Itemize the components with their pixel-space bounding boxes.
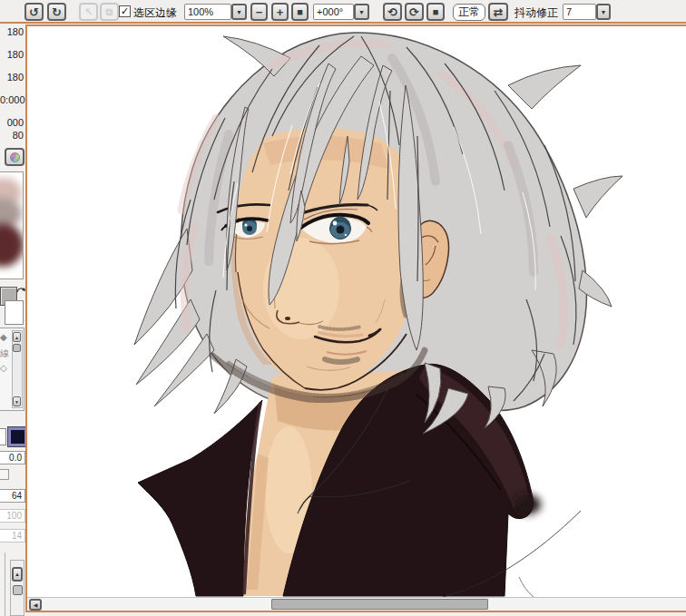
selection-edge-checkbox[interactable]: ✓ xyxy=(119,5,131,17)
plus-icon: + xyxy=(277,6,284,18)
blend-mode-button[interactable]: 正常 xyxy=(453,4,485,21)
panel-value: 180 xyxy=(0,26,24,37)
check-icon: ✓ xyxy=(121,5,129,17)
brush-param-field-4: 14 xyxy=(0,529,25,543)
brush-param-field-2[interactable]: 64 xyxy=(0,489,25,503)
secondary-color-swatch[interactable] xyxy=(0,428,6,445)
undo-icon: ↺ xyxy=(29,6,39,18)
current-color-fill xyxy=(8,427,27,446)
zoom-out-button[interactable]: − xyxy=(250,3,268,21)
chevron-down-icon: ▼ xyxy=(601,9,607,15)
rotate-cw-button[interactable]: ⟳ xyxy=(405,3,424,21)
selection-edge-label: 选区边缘 xyxy=(133,5,177,21)
tool-icon[interactable]: ◆ xyxy=(0,332,7,342)
left-panel-strip: 180 180 180 0:000 000 80 ◆ 線 ◇ xyxy=(0,24,25,616)
scrollbar-thumb[interactable] xyxy=(13,585,23,595)
panel-value: 0:000 xyxy=(0,94,24,105)
arrow-up-icon: ▲ xyxy=(15,335,19,340)
canvas-area: ◀ xyxy=(25,24,686,612)
arrow-left-icon: ◀ xyxy=(34,601,38,608)
background-color-swatch[interactable] xyxy=(5,300,24,325)
rotate-cw-icon: ⟳ xyxy=(409,6,419,18)
rotate-ccw-button[interactable]: ⟲ xyxy=(383,3,402,21)
chevron-down-icon: ▼ xyxy=(236,9,242,15)
zoom-in-button[interactable]: + xyxy=(271,3,289,21)
redo-icon: ↻ xyxy=(52,6,62,18)
selection-target-icon: ⧉ xyxy=(106,7,113,17)
scrollbar-thumb[interactable] xyxy=(13,344,21,352)
panel-value: 180 xyxy=(0,49,24,60)
minus-icon: − xyxy=(256,6,263,18)
redo-button[interactable]: ↻ xyxy=(47,3,66,21)
scroll-up-button[interactable]: ▲ xyxy=(13,332,21,342)
panel-divider xyxy=(5,552,5,616)
tool-icon[interactable]: ◇ xyxy=(0,363,7,373)
flip-horizontal-icon: ⇄ xyxy=(494,6,504,18)
tool-list-panel: ◆ 線 ◇ ▲ ▼ xyxy=(0,328,24,411)
stabilizer-select[interactable]: 7 xyxy=(563,4,596,20)
horizontal-scrollbar-thumb[interactable] xyxy=(271,599,488,610)
stabilizer-select-arrow[interactable]: ▼ xyxy=(596,4,611,20)
stabilizer-label: 抖动修正 xyxy=(514,5,558,21)
deselect-icon: ↖ xyxy=(84,7,93,17)
square-icon: ■ xyxy=(297,7,303,17)
horizontal-scrollbar: ◀ xyxy=(27,597,686,611)
undo-button[interactable]: ↺ xyxy=(24,3,44,21)
brush-param-field-1[interactable]: 0.0 xyxy=(0,451,25,464)
angle-select[interactable]: +000° xyxy=(313,4,354,20)
deselect-button: ↖ xyxy=(79,3,98,21)
angle-select-arrow[interactable]: ▼ xyxy=(354,4,369,20)
tool-icon[interactable]: 線 xyxy=(0,347,9,360)
zoom-reset-button[interactable]: ■ xyxy=(291,3,309,21)
arrow-down-icon: ▼ xyxy=(15,399,19,405)
panel-value: 180 xyxy=(0,72,24,83)
brush-param-field-3: 100 xyxy=(0,509,25,523)
color-wheel-icon xyxy=(10,152,20,162)
paint-app-window: ↺ ↻ ↖ ⧉ ✓ 选区边缘 100% ▼ − + ■ +000° ▼ ⟲ ⟳ … xyxy=(0,0,686,616)
panel-scrollbar: ▲ xyxy=(10,560,24,616)
square-icon: ■ xyxy=(433,7,439,17)
navigator-thumbnail[interactable] xyxy=(0,171,24,279)
zoom-select[interactable]: 100% xyxy=(184,4,231,20)
tool-list-scrollbar: ▲ ▼ xyxy=(12,330,23,408)
top-toolbar: ↺ ↻ ↖ ⧉ ✓ 选区边缘 100% ▼ − + ■ +000° ▼ ⟲ ⟳ … xyxy=(0,0,686,24)
color-wheel-button[interactable] xyxy=(5,148,24,166)
flip-canvas-button[interactable]: ⇄ xyxy=(488,3,508,21)
scroll-down-button[interactable]: ▼ xyxy=(13,396,21,406)
brush-param-partial-box xyxy=(0,469,9,480)
panel-value: 000 xyxy=(0,117,24,128)
scroll-left-button[interactable]: ◀ xyxy=(29,599,42,611)
selection-target-button: ⧉ xyxy=(100,3,119,21)
scroll-up-button[interactable]: ▲ xyxy=(12,567,23,582)
canvas-artwork[interactable] xyxy=(27,26,686,597)
panel-value: 80 xyxy=(0,130,24,141)
rotate-reset-button[interactable]: ■ xyxy=(426,3,445,21)
chevron-down-icon: ▼ xyxy=(358,9,365,15)
rotate-ccw-icon: ⟲ xyxy=(387,6,397,18)
zoom-select-arrow[interactable]: ▼ xyxy=(231,4,247,20)
arrow-up-icon: ▲ xyxy=(15,572,20,577)
navigator-coat-blob xyxy=(0,223,24,267)
